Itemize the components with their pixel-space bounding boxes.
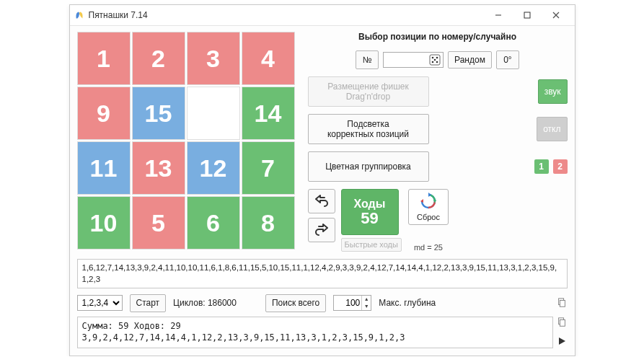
tile-12[interactable]: 12 [187,141,240,195]
sound-button[interactable]: звук [538,79,568,104]
random-button[interactable]: Рандом [448,51,492,69]
play-result-icon[interactable] [556,335,568,347]
undo-button[interactable] [308,189,335,213]
order-select[interactable]: 1,2,3,4 [77,295,123,311]
result-box: Сумма: 59 Ходов: 29 3,9,2,4,12,7,14,14,4… [77,317,553,348]
fast-moves-button[interactable]: Быстрые ходы [341,238,402,252]
highlight-button[interactable]: Подсветка корректных позиций [308,114,429,144]
titlebar: Пятнашки 7.14 [70,5,575,26]
tile-3[interactable]: 3 [187,32,240,85]
svg-marker-10 [428,193,431,197]
tile-6[interactable]: 6 [187,196,240,250]
redo-button[interactable] [308,218,335,242]
controls-row: 1,2,3,4 Старт Циклов: 186000 Поиск всего… [77,294,568,312]
tile-1[interactable]: 1 [77,32,131,85]
side-panel: Выбор позиции по номеру/случайно № Рандо… [308,32,568,252]
content-area: 123491514111312710568 Выбор позиции по н… [70,26,575,356]
tile-8[interactable]: 8 [242,196,295,250]
depth-spinner[interactable]: ▲ ▼ [333,295,371,311]
tile-4[interactable]: 4 [242,32,295,85]
off-button[interactable]: откл [537,117,567,141]
start-button[interactable]: Старт [130,294,167,312]
svg-point-7 [434,59,436,61]
window-close-button[interactable] [542,5,570,25]
window-minimize-button[interactable] [484,5,513,25]
result-line-1: Сумма: 59 Ходов: 29 [82,320,548,332]
game-board: 123491514111312710568 [77,32,295,250]
tile-5[interactable]: 5 [132,196,185,250]
svg-point-9 [436,61,438,63]
tile-9[interactable]: 9 [77,87,131,140]
depth-down-icon[interactable]: ▼ [362,303,371,310]
depth-label: Макс. глубина [379,298,436,308]
color-group-button[interactable]: Цветная группировка [308,151,429,182]
copy-top-icon[interactable] [556,297,568,309]
position-heading: Выбор позиции по номеру/случайно [308,32,568,42]
rotate-button[interactable]: 0° [496,50,519,69]
number-label-button[interactable]: № [356,50,379,69]
tile-7[interactable]: 7 [242,141,295,195]
svg-point-6 [436,57,438,59]
reset-icon [419,193,438,211]
window-title: Пятнашки 7.14 [89,10,148,20]
tile-11[interactable]: 11 [77,141,131,195]
svg-marker-17 [559,337,565,345]
tile-10[interactable]: 10 [77,196,131,250]
svg-point-5 [432,57,434,59]
group-badge-2[interactable]: 2 [553,159,568,174]
depth-input[interactable] [334,296,361,310]
reset-button[interactable]: Сброс [408,189,449,225]
tile-13[interactable]: 13 [132,141,185,195]
search-all-button[interactable]: Поиск всего [265,294,326,312]
md-label: md = 25 [414,243,443,252]
svg-rect-1 [524,12,530,18]
group-badge-1[interactable]: 1 [534,159,549,174]
reset-label: Сброс [417,213,440,221]
moves-counter-button[interactable]: Ходы 59 [341,189,399,235]
svg-rect-16 [560,319,565,326]
svg-rect-14 [560,301,565,307]
tile-15[interactable]: 15 [132,87,185,140]
dice-icon[interactable] [429,54,441,68]
result-line-2: 3,9,2,4,12,7,14,14,4,1,12,2,13,3,9,15,11… [82,332,548,343]
tile-14[interactable]: 14 [242,87,295,140]
moves-count: 59 [361,211,378,226]
svg-point-8 [432,61,434,63]
dragndrop-button[interactable]: Размещение фишек Drag'n'drop [308,76,429,107]
tile-empty [187,87,240,140]
depth-up-icon[interactable]: ▲ [362,296,371,303]
cycles-label: Циклов: 186000 [173,298,237,308]
tile-2[interactable]: 2 [132,32,185,85]
app-icon [74,10,84,20]
app-window: Пятнашки 7.14 123491514111312710568 Выбо… [69,4,575,356]
window-maximize-button[interactable] [513,5,542,25]
copy-result-icon[interactable] [556,317,568,328]
sequence-box: 1,6,12,7,14,13,3,9,2,4,11,10,10,11,6,1,8… [77,259,568,288]
